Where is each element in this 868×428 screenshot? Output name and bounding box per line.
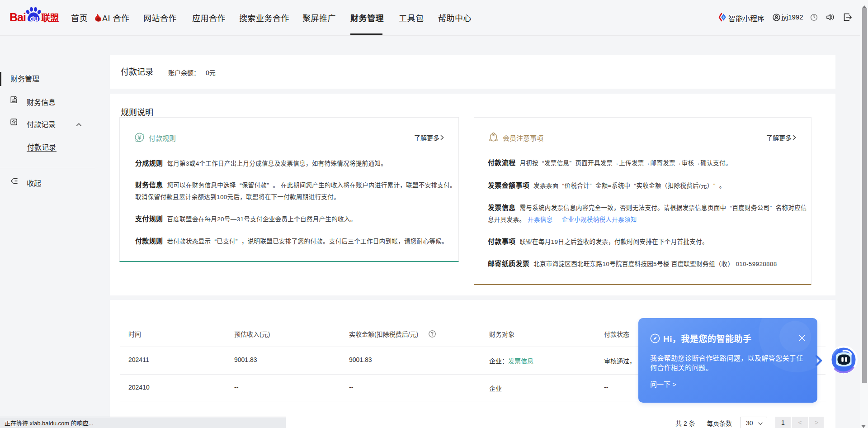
svg-text:联盟: 联盟 bbox=[41, 13, 59, 23]
svg-text:du: du bbox=[30, 14, 38, 22]
svg-text:Bai: Bai bbox=[9, 11, 26, 24]
